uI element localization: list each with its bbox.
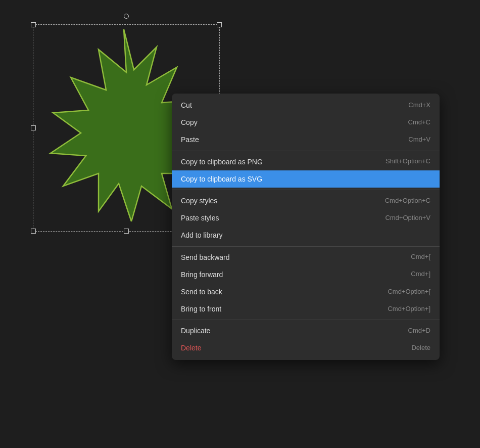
menu-item-copy-png[interactable]: Copy to clipboard as PNG Shift+Option+C	[172, 153, 440, 170]
menu-item-copy-label: Copy	[181, 118, 198, 127]
menu-item-copy-svg[interactable]: Copy to clipboard as SVG	[172, 170, 440, 188]
menu-item-send-back[interactable]: Send to back Cmd+Option+[	[172, 283, 440, 300]
menu-divider-1	[172, 151, 440, 151]
menu-item-delete-shortcut: Delete	[411, 344, 430, 352]
menu-item-paste[interactable]: Paste Cmd+V	[172, 131, 440, 148]
menu-item-send-backward-label: Send backward	[181, 253, 230, 262]
handle-bottom-middle[interactable]	[124, 229, 129, 234]
menu-item-bring-front-shortcut: Cmd+Option+]	[388, 305, 430, 313]
menu-item-duplicate-shortcut: Cmd+D	[408, 327, 430, 335]
menu-item-send-back-label: Send to back	[181, 287, 222, 296]
menu-item-send-backward[interactable]: Send backward Cmd+[	[172, 249, 440, 266]
menu-item-copy[interactable]: Copy Cmd+C	[172, 114, 440, 131]
menu-item-copy-styles-label: Copy styles	[181, 196, 217, 205]
menu-item-delete[interactable]: Delete Delete	[172, 339, 440, 356]
menu-item-duplicate[interactable]: Duplicate Cmd+D	[172, 322, 440, 339]
menu-item-paste-styles-shortcut: Cmd+Option+V	[385, 214, 430, 222]
menu-item-paste-styles-label: Paste styles	[181, 213, 219, 222]
menu-divider-2	[172, 190, 440, 190]
menu-item-paste-styles[interactable]: Paste styles Cmd+Option+V	[172, 209, 440, 227]
menu-item-bring-forward-label: Bring forward	[181, 270, 223, 279]
menu-divider-4	[172, 320, 440, 320]
menu-item-bring-front[interactable]: Bring to front Cmd+Option+]	[172, 300, 440, 318]
menu-item-bring-forward[interactable]: Bring forward Cmd+]	[172, 266, 440, 283]
context-menu: Cut Cmd+X Copy Cmd+C Paste Cmd+V Copy to…	[172, 94, 440, 360]
rotate-handle[interactable]	[124, 14, 129, 19]
menu-item-copy-styles[interactable]: Copy styles Cmd+Option+C	[172, 192, 440, 209]
menu-item-cut[interactable]: Cut Cmd+X	[172, 97, 440, 114]
menu-item-add-library[interactable]: Add to library	[172, 227, 440, 244]
handle-top-left[interactable]	[31, 22, 36, 27]
menu-item-send-back-shortcut: Cmd+Option+[	[388, 288, 430, 296]
menu-item-copy-shortcut: Cmd+C	[408, 118, 430, 127]
menu-item-cut-shortcut: Cmd+X	[408, 101, 430, 110]
handle-bottom-left[interactable]	[31, 229, 36, 234]
menu-item-send-backward-shortcut: Cmd+[	[411, 253, 430, 261]
canvas: Cut Cmd+X Copy Cmd+C Paste Cmd+V Copy to…	[0, 0, 480, 448]
menu-divider-3	[172, 246, 440, 247]
menu-item-delete-label: Delete	[181, 343, 201, 352]
menu-item-bring-forward-shortcut: Cmd+]	[411, 270, 430, 279]
menu-item-copy-styles-shortcut: Cmd+Option+C	[385, 197, 430, 205]
handle-top-right[interactable]	[217, 22, 222, 27]
menu-item-add-library-label: Add to library	[181, 231, 222, 240]
menu-item-duplicate-label: Duplicate	[181, 326, 210, 335]
menu-item-paste-shortcut: Cmd+V	[408, 136, 430, 144]
menu-item-cut-label: Cut	[181, 101, 192, 110]
menu-item-copy-png-shortcut: Shift+Option+C	[386, 157, 430, 166]
handle-middle-left[interactable]	[31, 125, 36, 130]
menu-item-bring-front-label: Bring to front	[181, 304, 221, 313]
menu-item-paste-label: Paste	[181, 135, 199, 144]
menu-item-copy-svg-label: Copy to clipboard as SVG	[181, 174, 262, 184]
menu-item-copy-png-label: Copy to clipboard as PNG	[181, 157, 263, 166]
